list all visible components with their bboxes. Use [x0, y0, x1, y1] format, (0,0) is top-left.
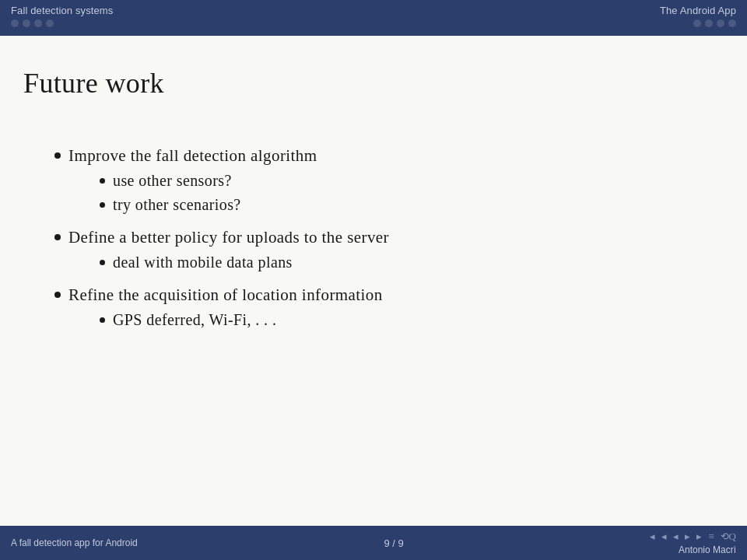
top-bar-right-dots — [693, 19, 736, 27]
dot-3 — [34, 19, 42, 27]
nav-search-icon[interactable]: ⟲Q — [721, 530, 736, 543]
bullet-item-3-content: Refine the acquisition of location infor… — [68, 285, 383, 329]
slide-content: Future work Improve the fall detection a… — [0, 36, 747, 526]
top-bar-left-title: Fall detection systems — [11, 5, 113, 16]
sub-item-1-1: use other sensors? — [100, 172, 317, 190]
bottom-right-text: Antonio Macrì — [679, 544, 736, 555]
bullet-item-2-content: Define a better policy for uploads to th… — [68, 228, 389, 271]
bullet-item-1-content: Improve the fall detection algorithm use… — [68, 146, 317, 214]
top-bar: Fall detection systems The Android App — [0, 0, 747, 36]
dot-2 — [23, 19, 30, 27]
sub-list-1: use other sensors? try other scenarios? — [68, 172, 317, 214]
bullet-item-2: Define a better policy for uploads to th… — [54, 228, 708, 271]
bullet-item-3-text: Refine the acquisition of location infor… — [68, 285, 383, 304]
bullet-item-1-text: Improve the fall detection algorithm — [68, 146, 317, 165]
sub-item-1-1-text: use other sensors? — [113, 172, 232, 190]
top-bar-right: The Android App — [660, 5, 736, 27]
sub-item-1-2-text: try other scenarios? — [113, 196, 241, 214]
nav-left-icon[interactable]: ◂ — [650, 530, 655, 543]
dot-r2 — [705, 19, 713, 27]
sub-dot-3-1 — [100, 317, 105, 323]
bottom-right-section: ◂ ◂ ◂ ▸ ▸ ≡ ⟲Q Antonio Macrì — [650, 530, 736, 555]
nav-frame-right-icon[interactable]: ▸ — [696, 530, 702, 543]
sub-item-1-2: try other scenarios? — [100, 196, 317, 214]
bottom-bar: A fall detection app for Android 9 / 9 ◂… — [0, 526, 747, 560]
bullet-item-1: Improve the fall detection algorithm use… — [54, 146, 708, 214]
nav-list-right-icon[interactable]: ▸ — [685, 530, 690, 543]
nav-list-left-icon[interactable]: ◂ — [673, 530, 679, 543]
sub-item-3-1-text: GPS deferred, Wi-Fi, . . . — [113, 311, 276, 329]
sub-list-2: deal with mobile data plans — [68, 254, 389, 271]
dot-r1 — [693, 19, 701, 27]
slide-title: Future work — [23, 67, 708, 100]
top-bar-left-dots — [11, 19, 113, 27]
sub-item-2-1-text: deal with mobile data plans — [113, 254, 293, 271]
dot-4 — [46, 19, 54, 27]
sub-item-2-1: deal with mobile data plans — [100, 254, 389, 271]
sub-dot-1-2 — [100, 202, 105, 208]
nav-frame-left-icon[interactable]: ◂ — [661, 530, 667, 543]
dot-r4 — [728, 19, 736, 27]
dot-r3 — [717, 19, 724, 27]
bottom-center-text: 9 / 9 — [384, 537, 403, 549]
dot-1 — [11, 19, 19, 27]
bottom-left-text: A fall detection app for Android — [11, 537, 138, 548]
top-bar-left: Fall detection systems — [11, 5, 113, 27]
bullet-list: Improve the fall detection algorithm use… — [23, 146, 708, 329]
top-bar-right-title: The Android App — [660, 5, 736, 16]
sub-list-3: GPS deferred, Wi-Fi, . . . — [68, 311, 383, 329]
bullet-dot-2 — [54, 234, 61, 240]
bullet-item-3: Refine the acquisition of location infor… — [54, 285, 708, 329]
bottom-nav-controls: ◂ ◂ ◂ ▸ ▸ ≡ ⟲Q — [650, 530, 736, 543]
bullet-item-2-text: Define a better policy for uploads to th… — [68, 228, 389, 247]
bullet-dot-1 — [54, 152, 61, 159]
sub-item-3-1: GPS deferred, Wi-Fi, . . . — [100, 311, 383, 329]
sub-dot-1-1 — [100, 178, 105, 184]
bullet-dot-3 — [54, 292, 61, 298]
nav-settings-icon[interactable]: ≡ — [708, 530, 714, 543]
sub-dot-2-1 — [100, 260, 105, 265]
